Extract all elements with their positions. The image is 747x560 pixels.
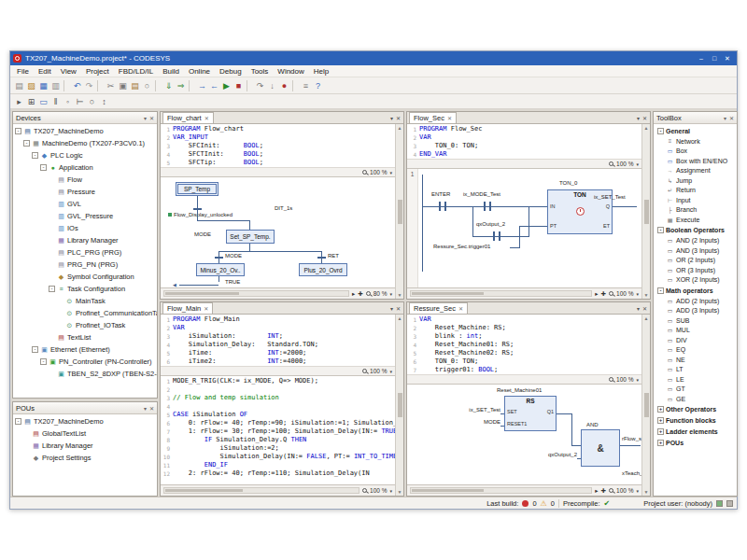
tab-flow-main[interactable]: Flow_Main ✕ xyxy=(162,302,213,314)
menu-item[interactable]: File xyxy=(12,67,34,76)
section-expander-icon[interactable]: + xyxy=(657,406,664,413)
build-icon[interactable]: ⇓ xyxy=(162,79,175,92)
section-expander-icon[interactable]: - xyxy=(657,287,664,294)
tab-ressure-sec[interactable]: Ressure_Sec ✕ xyxy=(409,302,468,314)
insert-box-icon[interactable]: ▭ xyxy=(37,95,49,108)
zoom-level[interactable]: 100 % xyxy=(616,487,633,494)
vertical-scrollbar[interactable]: ▲ ▼ xyxy=(395,315,403,496)
redo-icon[interactable]: ↷ xyxy=(83,79,95,92)
panel-close-icon[interactable]: ✕ xyxy=(149,115,154,121)
section-expander-icon[interactable]: + xyxy=(657,417,664,424)
panel-menu-icon[interactable]: ▾ xyxy=(724,115,726,121)
toolbox-item[interactable]: ↳ Jump xyxy=(654,175,737,186)
toolbox-item[interactable]: + Other Operators xyxy=(654,404,737,415)
separator[interactable] xyxy=(97,80,103,91)
help-icon[interactable]: ? xyxy=(312,79,324,92)
tab-flow-sec[interactable]: Flow_Sec ✕ xyxy=(409,112,457,123)
devices-tree-item[interactable]: ▥ GVL xyxy=(13,198,157,210)
devices-tree-item[interactable]: ⊙ Profinet_CommunicationTask xyxy=(13,307,157,319)
insert-contact-icon[interactable]: ‖ xyxy=(49,95,62,108)
scroll-down-icon[interactable]: ▼ xyxy=(644,292,649,298)
menu-item[interactable]: Help xyxy=(309,67,333,76)
new-project-icon[interactable]: ▤ xyxy=(13,79,25,92)
rs-block[interactable]: RS SET RESET1 Q1 xyxy=(504,396,557,431)
zoom-tool-icon[interactable] xyxy=(609,291,613,296)
menu-item[interactable]: View xyxy=(56,67,81,76)
devices-tree-item[interactable]: ▤ Pressure xyxy=(13,186,157,198)
scroll-down-icon[interactable]: ▼ xyxy=(398,489,402,495)
horizontal-scrollbar[interactable] xyxy=(410,290,592,297)
toolbox-item[interactable]: ▭ EQ xyxy=(654,345,737,356)
scrollbar-thumb[interactable] xyxy=(165,489,243,492)
devices-tree-item[interactable]: ▤ TextList xyxy=(13,331,157,343)
menu-item[interactable]: Online xyxy=(184,67,215,76)
devices-tree-item[interactable]: ▤ PLC_PRG (PRG) xyxy=(13,246,157,259)
separator[interactable] xyxy=(292,80,298,91)
toolbox-item[interactable]: - Math operators xyxy=(654,285,737,296)
pous-tree-item[interactable]: ◆ Project Settings xyxy=(13,452,157,464)
select-tool-icon[interactable]: ▸ xyxy=(595,290,598,298)
tab-list-icon[interactable]: ▾ xyxy=(390,305,393,312)
devices-tree-item[interactable]: - ▣ Ethernet (Ethernet) xyxy=(13,343,157,356)
login-icon[interactable]: → xyxy=(196,79,208,92)
pous-tree-item[interactable]: - ▤ TX207_MachineDemo xyxy=(13,415,157,427)
copy-icon[interactable]: ▣ xyxy=(117,79,129,92)
scrollbar-thumb[interactable] xyxy=(165,292,239,295)
tab-list-icon[interactable]: ▾ xyxy=(390,115,393,121)
insert-network-icon[interactable]: ⊞ xyxy=(25,95,37,108)
zoom-dropdown-icon[interactable]: ▾ xyxy=(389,369,392,374)
panel-menu-icon[interactable]: ▾ xyxy=(144,405,147,412)
zoom-tool-icon[interactable] xyxy=(366,291,371,296)
devices-tree-item[interactable]: ◆ Symbol Configuration xyxy=(13,271,157,283)
panel-close-icon[interactable]: ✕ xyxy=(729,115,734,121)
sfc-step-set-sp-temp[interactable]: Set_SP_Temp. xyxy=(226,230,275,244)
print-icon[interactable]: ▥ xyxy=(49,79,62,92)
separator[interactable] xyxy=(63,80,69,91)
sfc-canvas[interactable]: SP_Temp Flow_Display_unlocked MODE DIT_1… xyxy=(161,177,395,287)
step-over-icon[interactable]: ↷ xyxy=(254,79,266,92)
toolbox-item[interactable]: + POUs xyxy=(654,438,737,449)
tree-expander-icon[interactable]: - xyxy=(49,286,55,292)
sfc-step-initial[interactable]: SP_Temp xyxy=(176,182,218,196)
cut-icon[interactable]: ✂ xyxy=(105,79,117,92)
pane-close-icon[interactable]: ✕ xyxy=(396,305,401,312)
toolbox-item[interactable]: ▭ MUL xyxy=(654,326,737,336)
toolbox-item[interactable]: - Boolean Operators xyxy=(654,225,737,236)
separator[interactable] xyxy=(189,80,194,91)
toolbox-item[interactable]: - General xyxy=(654,125,737,136)
tab-close-icon[interactable]: ✕ xyxy=(458,305,463,312)
step-into-icon[interactable]: ↓ xyxy=(266,79,278,92)
declaration-editor[interactable]: 1VAR2 Reset_Machine: RS;3 blink : int;4 … xyxy=(407,315,641,374)
zoom-icon[interactable] xyxy=(362,369,367,373)
menu-item[interactable]: FBD/LD/IL xyxy=(114,67,158,76)
toolbox-item[interactable]: ▭ ADD (3 Inputs) xyxy=(654,306,737,316)
toggle-breakpoint-icon[interactable]: ● xyxy=(278,79,290,92)
zoom-level[interactable]: 100 % xyxy=(616,290,633,297)
devices-tree-item[interactable]: ▦ Library Manager xyxy=(13,234,157,246)
section-expander-icon[interactable]: + xyxy=(657,428,664,435)
pane-close-icon[interactable]: ✕ xyxy=(642,115,647,121)
zoom-level[interactable]: 100 % xyxy=(370,169,387,175)
devices-tree-item[interactable]: ▤ PRG_PN (PRG) xyxy=(13,259,157,271)
toolbox-item[interactable]: ▭ NE xyxy=(654,355,737,365)
tree-expander-icon[interactable]: - xyxy=(15,128,21,134)
declaration-editor[interactable]: 1PROGRAM Flow_Sec2VAR3 TON_0: TON;4END_V… xyxy=(407,124,641,159)
pous-tree-item[interactable]: ▦ Library Manager xyxy=(13,440,157,452)
tab-close-icon[interactable]: ✕ xyxy=(447,115,452,121)
menu-item[interactable]: Build xyxy=(158,67,184,76)
scrollbar-thumb[interactable] xyxy=(398,393,402,417)
generate-code-icon[interactable]: ⇒ xyxy=(175,79,187,92)
horizontal-scrollbar[interactable] xyxy=(163,290,349,297)
scrollbar-thumb[interactable] xyxy=(398,200,402,224)
open-project-icon[interactable]: ▨ xyxy=(25,79,37,92)
st-code-editor[interactable]: 1MODE_R_TRIG(CLK:= ix_MODE, Q=> MODE);23… xyxy=(161,376,395,484)
tree-expander-icon[interactable]: - xyxy=(40,164,47,171)
vertical-scrollbar[interactable]: ▲ ▼ xyxy=(395,124,403,299)
toolbox-item[interactable]: → Assignment xyxy=(654,166,737,176)
panel-close-icon[interactable]: ✕ xyxy=(149,405,154,412)
negate-icon[interactable]: ○ xyxy=(86,95,98,108)
pan-tool-icon[interactable]: ✚ xyxy=(601,290,606,298)
toolbox-item[interactable]: ▭ ADD (2 Inputs) xyxy=(654,296,737,306)
toolbox-item[interactable]: ↵ Return xyxy=(654,186,737,196)
tab-list-icon[interactable]: ▾ xyxy=(637,115,640,121)
